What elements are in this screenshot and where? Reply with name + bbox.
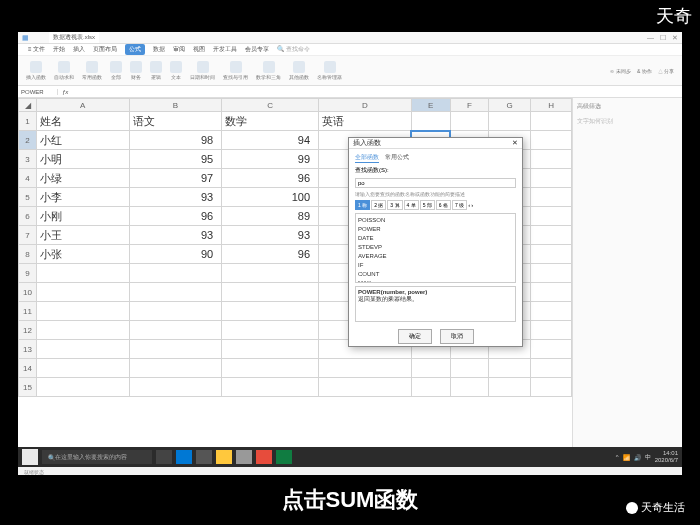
taskbar-app-icon[interactable] — [216, 450, 232, 464]
cell[interactable] — [129, 321, 222, 340]
cell[interactable]: 90 — [129, 245, 222, 264]
cell[interactable] — [450, 378, 488, 397]
cell[interactable]: 小王 — [37, 226, 130, 245]
cell[interactable] — [531, 112, 572, 131]
cell[interactable] — [531, 321, 572, 340]
cell[interactable] — [531, 340, 572, 359]
function-item[interactable]: DATE — [358, 234, 513, 243]
cell[interactable] — [222, 359, 319, 378]
cell[interactable] — [531, 150, 572, 169]
tray-sound-icon[interactable]: 🔊 — [634, 454, 641, 461]
tab-view[interactable]: 视图 — [193, 45, 205, 54]
row-header[interactable]: 2 — [19, 131, 37, 150]
ime-candidate-bar[interactable]: 1 称 2 据 3 算 4 单 5 部 6 格 7 级 ‹ › — [355, 200, 516, 210]
minimize-icon[interactable]: — — [647, 34, 654, 42]
cell[interactable] — [319, 359, 412, 378]
cell[interactable]: 小红 — [37, 131, 130, 150]
btn-autosum[interactable]: 自动求和 — [54, 61, 74, 80]
tab-formula[interactable]: 公式 — [125, 44, 145, 55]
cell[interactable]: 100 — [222, 188, 319, 207]
cell[interactable]: 小绿 — [37, 169, 130, 188]
tab-member[interactable]: 会员专享 — [245, 45, 269, 54]
ime-candidate[interactable]: 1 称 — [355, 200, 370, 210]
col-header-H[interactable]: H — [531, 99, 572, 112]
function-item[interactable]: STDEVP — [358, 243, 513, 252]
cell[interactable] — [488, 378, 530, 397]
cell[interactable]: 95 — [129, 150, 222, 169]
row-header[interactable]: 14 — [19, 359, 37, 378]
taskbar-app-icon[interactable] — [276, 450, 292, 464]
share-button[interactable]: △ 分享 — [658, 68, 674, 74]
cell[interactable] — [129, 359, 222, 378]
function-list[interactable]: POISSON POWER DATE STDEVP AVERAGE IF COU… — [355, 213, 516, 283]
col-header-A[interactable]: A — [37, 99, 130, 112]
tray-ime-icon[interactable]: 中 — [645, 453, 651, 462]
ime-candidate[interactable]: 3 算 — [387, 200, 402, 210]
cell[interactable] — [531, 226, 572, 245]
cell[interactable] — [411, 112, 450, 131]
cell[interactable] — [37, 302, 130, 321]
cell[interactable] — [37, 359, 130, 378]
tab-review[interactable]: 审阅 — [173, 45, 185, 54]
taskbar-app-icon[interactable] — [196, 450, 212, 464]
row-header[interactable]: 5 — [19, 188, 37, 207]
cell[interactable]: 96 — [222, 169, 319, 188]
tab-insert[interactable]: 插入 — [73, 45, 85, 54]
row-header[interactable]: 3 — [19, 150, 37, 169]
cell[interactable]: 语文 — [129, 112, 222, 131]
cell[interactable] — [129, 378, 222, 397]
dialog-tab-all[interactable]: 全部函数 — [355, 153, 379, 163]
sync-status[interactable]: ⊙ 未同步 — [610, 68, 630, 74]
function-item[interactable]: POISSON — [358, 216, 513, 225]
col-header-F[interactable]: F — [450, 99, 488, 112]
btn-lookup[interactable]: 查找与引用 — [223, 61, 248, 80]
cell[interactable] — [488, 112, 530, 131]
cell[interactable]: 93 — [222, 226, 319, 245]
btn-financial[interactable]: 财务 — [130, 61, 142, 80]
cell[interactable]: 96 — [222, 245, 319, 264]
btn-all[interactable]: 全部 — [110, 61, 122, 80]
tab-data[interactable]: 数据 — [153, 45, 165, 54]
cell[interactable]: 94 — [222, 131, 319, 150]
cell[interactable] — [222, 340, 319, 359]
cell[interactable] — [411, 378, 450, 397]
cell[interactable] — [37, 264, 130, 283]
cell[interactable] — [319, 378, 412, 397]
maximize-icon[interactable]: ☐ — [660, 34, 666, 42]
cell[interactable] — [488, 359, 530, 378]
function-item[interactable]: POWER — [358, 225, 513, 234]
cell[interactable] — [129, 340, 222, 359]
cell[interactable] — [450, 112, 488, 131]
row-header[interactable]: 9 — [19, 264, 37, 283]
btn-text[interactable]: 文本 — [170, 61, 182, 80]
system-tray[interactable]: ^ 📶 🔊 中 14:01 2020/6/7 — [616, 450, 678, 464]
fx-icon[interactable]: ƒx — [58, 89, 72, 95]
cell[interactable]: 数学 — [222, 112, 319, 131]
tray-chevron-icon[interactable]: ^ — [616, 454, 619, 460]
name-box[interactable]: POWER — [18, 89, 58, 95]
cell[interactable]: 99 — [222, 150, 319, 169]
cell[interactable]: 96 — [129, 207, 222, 226]
cell[interactable] — [129, 283, 222, 302]
select-all-corner[interactable]: ◢ — [19, 99, 37, 112]
cell[interactable]: 小张 — [37, 245, 130, 264]
cell[interactable] — [531, 188, 572, 207]
function-item[interactable]: COUNT — [358, 270, 513, 279]
cell[interactable]: 98 — [129, 131, 222, 150]
task-view-icon[interactable] — [156, 450, 172, 464]
cell[interactable]: 小李 — [37, 188, 130, 207]
row-header[interactable]: 4 — [19, 169, 37, 188]
cell[interactable] — [222, 302, 319, 321]
btn-name-manager[interactable]: 名称管理器 — [317, 61, 342, 80]
taskbar-app-icon[interactable] — [256, 450, 272, 464]
cell[interactable] — [531, 245, 572, 264]
cell[interactable]: 97 — [129, 169, 222, 188]
tray-network-icon[interactable]: 📶 — [623, 454, 630, 461]
cell[interactable] — [411, 359, 450, 378]
row-header[interactable]: 1 — [19, 112, 37, 131]
ime-candidate[interactable]: 5 部 — [420, 200, 435, 210]
btn-recent[interactable]: 常用函数 — [82, 61, 102, 80]
tab-layout[interactable]: 页面布局 — [93, 45, 117, 54]
cancel-button[interactable]: 取消 — [440, 329, 474, 344]
btn-math[interactable]: 数学和三角 — [256, 61, 281, 80]
